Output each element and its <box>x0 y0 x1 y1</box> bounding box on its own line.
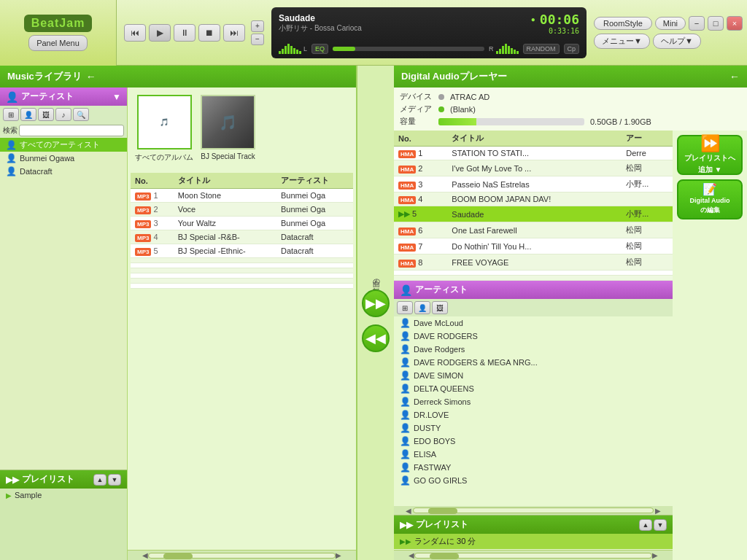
play-button[interactable]: ▶ <box>149 24 171 42</box>
da-bottom-scroll-thumb[interactable] <box>430 553 459 559</box>
next-button[interactable]: ⏭ <box>223 24 245 42</box>
scroll-left-icon[interactable]: ◀ <box>142 551 148 559</box>
close-button[interactable]: × <box>727 16 743 31</box>
add-button[interactable]: + <box>251 20 264 32</box>
da-artist-fastway[interactable]: 👤 FASTWAY <box>394 461 673 474</box>
transfer-right-button[interactable]: ▶▶ <box>362 289 390 317</box>
da-bottom-scroll-left-icon[interactable]: ◀ <box>409 551 414 559</box>
da-grid-view-button[interactable]: ⊞ <box>397 301 413 314</box>
album-thumb-bj: 🎵 <box>201 95 255 149</box>
da-artist-section: 👤 アーティスト ⊞ 👤 🖼 👤 Dave McLoud <box>394 281 673 550</box>
da-playlist-scroll-up[interactable]: ▲ <box>639 519 652 531</box>
track-row-2[interactable]: MP3 2 Voce Bunmei Oga <box>131 203 353 217</box>
music-view-button[interactable]: ♪ <box>55 108 71 121</box>
help-button[interactable]: ヘルプ▼ <box>653 34 701 49</box>
da-bottom-scrollbar[interactable]: ◀ ▶ <box>394 550 673 560</box>
playlist-item-sample[interactable]: ▶ Sample <box>0 489 127 502</box>
da-playlist-header[interactable]: ▶▶ プレイリスト ▲ ▼ <box>394 516 673 534</box>
progress-bar[interactable] <box>333 47 484 51</box>
da-artist-delta-queens[interactable]: 👤 DELTA QUEENS <box>394 382 673 395</box>
digital-audio-back-arrow[interactable]: ← <box>729 71 740 82</box>
da-scroll-left-icon[interactable]: ◀ <box>406 507 411 515</box>
menu-button[interactable]: メニュー▼ <box>594 34 650 49</box>
search-input[interactable] <box>19 125 124 136</box>
library-scrollbar[interactable]: ◀ ▶ <box>128 550 356 560</box>
image-view-button[interactable]: 🖼 <box>38 108 54 121</box>
da-artist-dave-rodgers[interactable]: 👤 DAVE RODGERS <box>394 330 673 343</box>
room-style-button[interactable]: RoomStyle <box>594 17 652 30</box>
grid-view-button[interactable]: ⊞ <box>3 108 19 121</box>
da-track-row-8[interactable]: HMA 8 FREE VOYAGE 松岡 <box>394 254 673 271</box>
da-artist-dave-rodgers-mega[interactable]: 👤 DAVE RODGERS & MEGA NRG... <box>394 356 673 369</box>
artist-icon: 👤 <box>6 140 17 150</box>
da-artist-icon: 👤 <box>400 331 411 341</box>
scroll-thumb[interactable] <box>163 553 193 559</box>
track-row-3[interactable]: MP3 3 Your Waltz Bunmei Oga <box>131 217 353 230</box>
edit-digital-audio-label: Digital Audio <box>689 197 729 204</box>
da-playlist-label: プレイリスト <box>416 518 468 531</box>
da-artist-elisa[interactable]: 👤 ELISA <box>394 448 673 461</box>
top-right-buttons: RoomStyle Mini − □ × メニュー▼ ヘルプ▼ <box>594 16 743 49</box>
album-all[interactable]: 🎵 すべてのアルバム <box>135 95 193 163</box>
prev-button[interactable]: ⏮ <box>124 24 146 42</box>
da-artist-dave-rodgers2[interactable]: 👤 Dave Rodgers <box>394 343 673 356</box>
search-view-button[interactable]: 🔍 <box>73 108 89 121</box>
artist-item-bunmei[interactable]: 👤 Bunmei Ogawa <box>0 152 127 165</box>
minimize-button[interactable]: − <box>689 16 705 31</box>
artist-name-datacraft: Datacraft <box>20 167 53 176</box>
da-track-row-4[interactable]: HMA 4 BOOM BOOM JAPAN DAV! <box>394 192 673 206</box>
maximize-button[interactable]: □ <box>708 16 724 31</box>
da-artist-derreck-simons[interactable]: 👤 Derreck Simons <box>394 395 673 408</box>
da-track-row-1[interactable]: HMA 1 STATION TO STATI... Derre <box>394 147 673 160</box>
album-bj-special[interactable]: 🎵 BJ Special Track <box>201 95 255 163</box>
da-track-row-6[interactable]: HMA 6 One Last Farewell 松岡 <box>394 222 673 238</box>
da-scroll-right-icon[interactable]: ▶ <box>655 507 661 515</box>
cp-button[interactable]: Cp <box>564 44 580 54</box>
panel-menu-button[interactable]: Panel Menu <box>28 35 88 51</box>
album-area: 🎵 すべてのアルバム 🎵 BJ Special Track <box>128 88 356 560</box>
album-label-bj: BJ Special Track <box>201 152 255 160</box>
da-artist-dave-simon[interactable]: 👤 DAVE SIMON <box>394 369 673 382</box>
scroll-right-icon[interactable]: ▶ <box>336 551 341 559</box>
mini-button[interactable]: Mini <box>655 17 686 30</box>
edit-digital-audio-button[interactable]: 📝 Digital Audio の編集 <box>677 179 743 219</box>
pause-button[interactable]: ⏸ <box>174 24 196 42</box>
da-scroll-thumb[interactable] <box>428 508 457 514</box>
playlist-icon: ▶ <box>6 491 12 499</box>
artists-header[interactable]: 👤 アーティスト ▼ <box>0 88 127 106</box>
artist-item-datacraft[interactable]: 👤 Datacraft <box>0 165 127 178</box>
da-artist-drlove[interactable]: 👤 DR.LOVE <box>394 408 673 421</box>
da-track-row-7[interactable]: HMA 7 Do Nothin' Till You H... 松岡 <box>394 238 673 254</box>
random-button[interactable]: RANDOM <box>523 44 560 54</box>
da-image-view-button[interactable]: 🖼 <box>432 301 448 314</box>
da-playlist-item-random[interactable]: ▶▶ ランダムに 30 分 <box>394 534 673 549</box>
library-panel: Musicライブラリ ← 👤 アーティスト ▼ ⊞ 👤 🖼 <box>0 66 357 560</box>
playlist-header[interactable]: ▶▶ プレイリスト ▲ ▼ <box>0 470 127 489</box>
da-artist-go-go-girls[interactable]: 👤 GO GO GIRLS <box>394 474 673 487</box>
artist-view-button[interactable]: 👤 <box>20 108 36 121</box>
da-playlist-scroll-down[interactable]: ▼ <box>654 519 667 531</box>
right-content: No. タイトル アー HMA 1 STATION TO STATI... De… <box>394 131 747 560</box>
eq-button[interactable]: EQ <box>311 44 328 54</box>
track-row-1[interactable]: MP3 1 Moon Stone Bunmei Oga <box>131 189 353 203</box>
playlist-add-button[interactable]: ▲ <box>93 474 107 486</box>
transfer-left-button[interactable]: ◀◀ <box>362 324 390 352</box>
library-back-arrow[interactable]: ← <box>86 71 96 82</box>
track-row-4[interactable]: MP3 4 BJ Special -R&B- Datacraft <box>131 230 353 244</box>
da-bottom-scroll-right-icon[interactable]: ▶ <box>652 551 658 559</box>
artist-item-all[interactable]: 👤 すべてのアーティスト <box>0 138 127 152</box>
da-artist-dave-mcloud[interactable]: 👤 Dave McLoud <box>394 316 673 330</box>
da-artist-edo-boys[interactable]: 👤 EDO BOYS <box>394 435 673 448</box>
da-track-row-3[interactable]: HMA 3 Passeio NaS Estrelas 小野... <box>394 176 673 192</box>
add-to-playlist-label: プレイリストへ <box>684 153 735 163</box>
stop-button[interactable]: ⏹ <box>198 24 220 42</box>
da-artist-dusty[interactable]: 👤 DUSTY <box>394 421 673 435</box>
da-artist-view-button[interactable]: 👤 <box>414 301 430 314</box>
da-track-row-5[interactable]: ▶▶ 5 Saudade 小野... <box>394 206 673 222</box>
playlist-remove-button[interactable]: ▼ <box>108 474 121 486</box>
da-track-row-2[interactable]: HMA 2 I've Got My Love To ... 松岡 <box>394 160 673 176</box>
remove-button[interactable]: − <box>251 34 264 45</box>
track-row-5[interactable]: MP3 5 BJ Special -Ethnic- Datacraft <box>131 244 353 258</box>
da-artist-icon: 👤 <box>400 462 411 472</box>
add-to-playlist-button[interactable]: ⏩ プレイリストへ 追加 ▼ <box>677 135 743 175</box>
